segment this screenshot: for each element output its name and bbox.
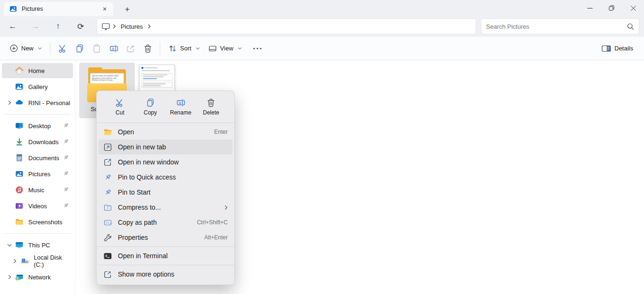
menu-item-open-in-new-tab[interactable]: Open in new tab <box>99 139 232 155</box>
copy-quick-action[interactable]: Copy <box>137 96 164 118</box>
sidebar-item-gallery[interactable]: Gallery <box>2 79 73 94</box>
menu-item-open[interactable]: Open Enter <box>99 124 232 139</box>
gallery-icon <box>15 82 24 91</box>
up-button[interactable]: ↑ <box>51 20 65 33</box>
rename-icon: A <box>176 98 186 107</box>
sidebar-item-onedrive[interactable]: RINI - Personal <box>2 95 73 110</box>
details-button[interactable]: Details <box>597 41 637 57</box>
svg-text:A: A <box>112 47 115 51</box>
chevron-down-icon[interactable] <box>4 244 15 247</box>
search-icon[interactable] <box>627 23 634 30</box>
sidebar-item-pictures[interactable]: Pictures <box>2 166 73 181</box>
minimize-button[interactable] <box>579 0 601 16</box>
sort-button[interactable]: Sort <box>164 41 204 57</box>
sidebar-item-network[interactable]: Network <box>2 270 73 285</box>
share-button[interactable] <box>122 41 139 57</box>
wrench-icon <box>103 233 112 242</box>
music-icon <box>15 186 24 194</box>
menu-item-label: Properties <box>118 234 148 241</box>
sidebar-item-label: Videos <box>28 203 47 210</box>
delete-quick-action[interactable]: Delete <box>198 96 225 118</box>
sidebar-item-desktop[interactable]: Desktop <box>2 118 73 133</box>
sidebar-item-label: Documents <box>28 155 59 162</box>
menu-item-label: Open in Terminal <box>118 252 168 260</box>
chevron-right-icon[interactable] <box>4 275 15 279</box>
menu-item-open-in-terminal[interactable]: Open in Terminal <box>99 248 232 263</box>
sidebar-item-videos[interactable]: Videos <box>2 198 73 213</box>
menu-item-compress-to[interactable]: Compress to... <box>99 200 232 215</box>
sidebar-item-documents[interactable]: Documents <box>2 150 73 165</box>
sort-arrows-icon <box>168 44 177 53</box>
new-tab-button[interactable]: + <box>122 4 133 15</box>
svg-text:\\..: \\.. <box>106 221 113 224</box>
breadcrumb-chevron-icon <box>113 24 116 29</box>
tab-close-icon[interactable]: ✕ <box>100 4 109 14</box>
back-button[interactable]: ← <box>6 20 19 33</box>
this-pc-icon[interactable] <box>102 23 110 30</box>
refresh-button[interactable]: ⟳ <box>74 20 87 33</box>
file-thumbnail-image[interactable] <box>139 65 175 94</box>
menu-item-label: Copy as path <box>118 219 157 226</box>
search-box[interactable] <box>481 18 639 34</box>
search-input[interactable] <box>486 23 627 30</box>
show-more-options-icon <box>103 270 112 279</box>
sidebar-item-label: Network <box>28 274 51 281</box>
sidebar-item-label: Downloads <box>28 139 58 146</box>
delete-button[interactable] <box>139 41 156 57</box>
delete-icon <box>206 98 215 107</box>
chevron-right-icon[interactable] <box>4 100 15 105</box>
rename-quick-action[interactable]: A Rename <box>167 96 194 118</box>
menu-item-label: Open in new tab <box>118 143 166 151</box>
sidebar-item-label: Screenshots <box>28 219 62 226</box>
sidebar-item-label: Home <box>28 67 45 74</box>
sidebar-item-screenshots[interactable]: Screenshots <box>2 214 73 229</box>
quick-action-label: Rename <box>170 109 191 116</box>
title-bar: Pictures ✕ + <box>0 0 644 16</box>
sort-button-label: Sort <box>180 45 191 52</box>
sidebar-item-downloads[interactable]: Downloads <box>2 134 73 149</box>
sidebar-item-local-disk-c[interactable]: Local Disk (C:) <box>2 253 73 269</box>
breadcrumb-chevron-icon[interactable] <box>148 24 151 29</box>
terminal-icon <box>103 252 112 261</box>
toolbar-divider <box>50 42 50 55</box>
menu-item-label: Pin to Start <box>118 188 150 196</box>
view-button[interactable]: View <box>204 41 246 57</box>
rename-button[interactable]: A <box>105 41 122 57</box>
local-disk-icon <box>21 257 29 265</box>
menu-item-properties[interactable]: Properties Alt+Enter <box>99 230 232 245</box>
copy-button[interactable] <box>71 41 88 57</box>
chevron-right-icon[interactable] <box>9 259 21 263</box>
copy-as-path-icon: \\.. <box>103 218 112 227</box>
cut-icon <box>115 98 124 107</box>
cut-button[interactable] <box>54 41 71 57</box>
forward-button[interactable]: → <box>29 20 42 33</box>
sidebar-item-this-pc[interactable]: This PC <box>2 237 73 253</box>
more-options-icon[interactable] <box>249 41 266 57</box>
close-button[interactable] <box>622 0 644 16</box>
menu-item-show-more-options[interactable]: Show more options <box>99 267 232 282</box>
sidebar-divider <box>5 233 70 234</box>
explorer-tab-pictures[interactable]: Pictures ✕ <box>4 2 113 16</box>
quick-actions-row: Cut Copy A Rename Delete <box>97 94 234 121</box>
quick-action-label: Delete <box>203 109 219 116</box>
new-button[interactable]: New <box>6 41 46 57</box>
cut-quick-action[interactable]: Cut <box>106 96 133 118</box>
paste-button[interactable] <box>88 41 105 57</box>
network-icon <box>15 273 24 281</box>
thumbnail-titlebar-icon <box>141 67 143 69</box>
menu-item-label: Pin to Quick access <box>118 173 176 181</box>
menu-item-copy-as-path[interactable]: \\.. Copy as path Ctrl+Shift+C <box>99 215 232 230</box>
sidebar-item-label: Desktop <box>28 122 51 130</box>
restore-button[interactable] <box>601 0 622 16</box>
thumbnail-section <box>141 73 173 81</box>
menu-item-pin-to-start[interactable]: Pin to Start <box>99 185 232 200</box>
sidebar-item-music[interactable]: Music <box>2 182 73 197</box>
menu-item-pin-to-quick-access[interactable]: Pin to Quick access <box>99 170 232 185</box>
pin-icon <box>103 173 112 182</box>
breadcrumb-segment-pictures[interactable]: Pictures <box>119 23 145 30</box>
menu-item-open-in-new-window[interactable]: Open in new window <box>99 155 232 170</box>
this-pc-icon <box>15 241 24 249</box>
sidebar-item-home[interactable]: Home <box>2 63 73 78</box>
address-bar[interactable]: Pictures <box>97 18 476 34</box>
open-folder-icon <box>103 128 112 137</box>
